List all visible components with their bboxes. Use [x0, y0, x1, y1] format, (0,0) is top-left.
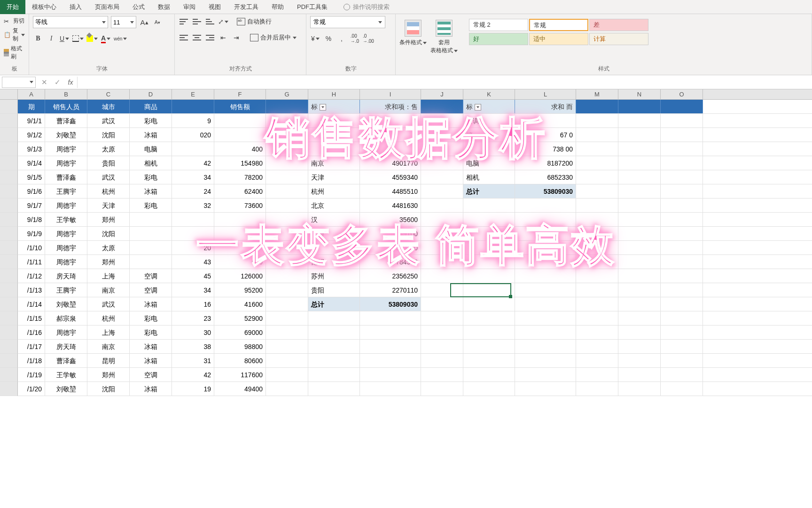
- tab-help[interactable]: 帮助: [265, 0, 290, 14]
- select-all-corner[interactable]: [0, 89, 18, 99]
- increase-decimal-button[interactable]: .00→.0: [350, 33, 360, 44]
- bulb-icon: [344, 4, 350, 10]
- col-header-E[interactable]: E: [172, 89, 214, 99]
- format-painter-button[interactable]: 格式刷: [4, 44, 25, 62]
- formula-input[interactable]: [77, 77, 812, 88]
- confirm-formula-button[interactable]: ✓: [51, 78, 64, 87]
- tell-me-search[interactable]: 操作说明搜索: [344, 3, 390, 11]
- font-color-button[interactable]: A: [101, 33, 111, 44]
- tab-review[interactable]: 审阅: [177, 0, 202, 14]
- italic-button[interactable]: I: [46, 33, 56, 44]
- cell-style-option[interactable]: 常规 2: [469, 19, 528, 31]
- row-headers: [0, 100, 18, 396]
- filter-icon[interactable]: [475, 104, 481, 111]
- col-header-B[interactable]: B: [45, 89, 87, 99]
- cond-format-icon: [405, 20, 422, 37]
- cell-styles-gallery[interactable]: 常规 2常规差 好适中计算: [465, 16, 808, 55]
- tab-insert[interactable]: 插入: [63, 0, 88, 14]
- orientation-button[interactable]: ⤢: [218, 16, 228, 27]
- wrap-text-button[interactable]: 自动换行: [237, 17, 272, 26]
- align-center-button[interactable]: [192, 32, 202, 43]
- font-name-select[interactable]: 等线: [33, 16, 108, 28]
- tab-data[interactable]: 数据: [151, 0, 177, 14]
- name-box[interactable]: [2, 77, 36, 88]
- col-header-J[interactable]: J: [421, 89, 463, 99]
- border-button[interactable]: [72, 33, 84, 44]
- tab-home[interactable]: 开始: [0, 0, 25, 14]
- spreadsheet: ABCDEFGHIJKLMNO 期销售人员城市商品销售额标求和项：售标求和 而 …: [0, 89, 812, 396]
- number-label: 数字: [310, 64, 391, 74]
- col-header-M[interactable]: M: [576, 89, 618, 99]
- col-header-L[interactable]: L: [515, 89, 576, 99]
- currency-button[interactable]: ¥: [310, 33, 320, 44]
- tab-dev[interactable]: 开发工具: [227, 0, 265, 14]
- col-header-O[interactable]: O: [661, 89, 703, 99]
- col-header-N[interactable]: N: [618, 89, 661, 99]
- wrap-icon: [237, 18, 245, 25]
- copy-icon: [4, 32, 11, 38]
- bold-button[interactable]: B: [33, 33, 43, 44]
- font-size-select[interactable]: 11: [111, 16, 136, 28]
- alignment-group: ⤢ 自动换行 ⇤ ⇥ 合并后居中 对齐方式: [175, 14, 306, 75]
- conditional-format-button[interactable]: 条件格式: [399, 20, 427, 55]
- col-header-A[interactable]: A: [18, 89, 45, 99]
- tab-pdf[interactable]: PDF工具集: [290, 0, 334, 14]
- column-headers: ABCDEFGHIJKLMNO: [0, 89, 812, 100]
- font-color-icon: A: [101, 34, 106, 43]
- ribbon: 剪切 复制 格式刷 板 等线 11 A▴ A▾ B I U A wén 字体: [0, 14, 812, 75]
- align-right-button[interactable]: [205, 32, 215, 43]
- align-middle-button[interactable]: [192, 16, 202, 27]
- cell-style-option[interactable]: 常规: [529, 19, 588, 31]
- scissors-icon: [4, 18, 11, 24]
- clipboard-label: 板: [4, 64, 25, 74]
- col-header-K[interactable]: K: [463, 89, 515, 99]
- fill-color-button[interactable]: [86, 33, 98, 44]
- tab-template[interactable]: 模板中心: [25, 0, 63, 14]
- indent-inc-button[interactable]: ⇥: [231, 32, 242, 43]
- merge-center-button[interactable]: 合并后居中: [250, 33, 297, 42]
- increase-font-button[interactable]: A▴: [139, 16, 149, 28]
- search-hint-text: 操作说明搜索: [353, 3, 390, 11]
- align-top-button[interactable]: [179, 16, 189, 27]
- cell-style-option[interactable]: 适中: [529, 33, 588, 45]
- cut-button[interactable]: 剪切: [4, 16, 25, 26]
- border-icon: [72, 35, 79, 42]
- align-left-button[interactable]: [179, 32, 189, 43]
- decrease-decimal-button[interactable]: .0→.00: [363, 33, 374, 44]
- format-as-table-button[interactable]: 套用 表格格式: [430, 20, 458, 55]
- comma-button[interactable]: ,: [336, 33, 347, 44]
- fx-button[interactable]: fx: [64, 79, 77, 86]
- table-format-icon: [436, 20, 453, 37]
- cell-style-option[interactable]: 好: [469, 33, 528, 45]
- tab-view[interactable]: 视图: [202, 0, 227, 14]
- percent-button[interactable]: %: [323, 33, 334, 44]
- formula-bar: ✕ ✓ fx: [0, 75, 812, 89]
- cell-style-option[interactable]: 计算: [589, 33, 648, 45]
- cancel-formula-button[interactable]: ✕: [38, 78, 51, 87]
- underline-button[interactable]: U: [59, 33, 70, 44]
- alignment-label: 对齐方式: [179, 64, 302, 74]
- col-header-H[interactable]: H: [308, 89, 360, 99]
- tab-layout[interactable]: 页面布局: [88, 0, 126, 14]
- col-header-I[interactable]: I: [360, 89, 421, 99]
- tab-formula[interactable]: 公式: [126, 0, 151, 14]
- styles-group: 条件格式 套用 表格格式 常规 2常规差 好适中计算 样式: [396, 14, 812, 75]
- number-format-select[interactable]: 常规: [310, 16, 385, 28]
- copy-button[interactable]: 复制: [4, 26, 25, 44]
- font-label: 字体: [33, 64, 171, 74]
- align-bottom-button[interactable]: [205, 16, 215, 27]
- indent-dec-button[interactable]: ⇤: [218, 32, 228, 43]
- number-group: 常规 ¥ % , .00→.0 .0→.00 数字: [306, 14, 396, 75]
- filter-icon[interactable]: [320, 104, 326, 111]
- decrease-font-button[interactable]: A▾: [152, 16, 163, 28]
- fill-icon: [86, 35, 93, 42]
- cell-style-option[interactable]: 差: [589, 19, 648, 31]
- col-header-G[interactable]: G: [266, 89, 308, 99]
- clipboard-group: 剪切 复制 格式刷 板: [0, 14, 29, 75]
- col-header-C[interactable]: C: [87, 89, 130, 99]
- phonetic-button[interactable]: wén: [114, 33, 127, 44]
- col-header-F[interactable]: F: [214, 89, 266, 99]
- cells-area[interactable]: 期销售人员城市商品销售额标求和项：售标求和 而 9/1/1曹泽鑫武汉彩电98空调…: [18, 100, 812, 396]
- col-header-D[interactable]: D: [130, 89, 172, 99]
- styles-label: 样式: [399, 64, 808, 74]
